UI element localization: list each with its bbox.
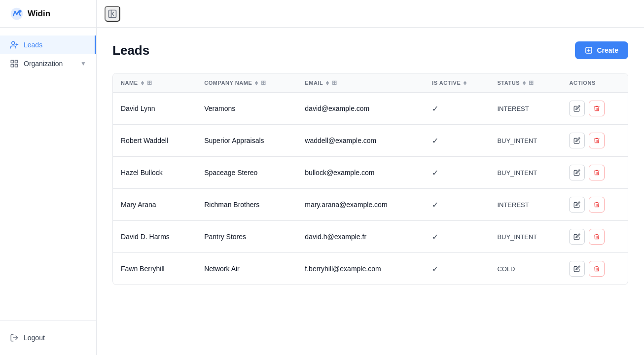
svg-rect-7 xyxy=(11,65,13,67)
leads-table-container: NAME ⊞ COMPANY NAME ⊞ xyxy=(112,73,628,285)
edit-button-5[interactable] xyxy=(569,261,585,277)
name-sort-icon[interactable] xyxy=(141,81,144,85)
edit-button-2[interactable] xyxy=(569,165,585,180)
cell-active-4: ✓ xyxy=(424,221,489,253)
cell-email-5: f.berryhill@example.com xyxy=(297,253,424,285)
cell-name-4: David D. Harms xyxy=(113,221,196,253)
trash-icon xyxy=(593,137,600,144)
cell-actions-5 xyxy=(561,253,628,285)
collapse-sidebar-button[interactable] xyxy=(105,6,120,22)
col-company-name: COMPANY NAME ⊞ xyxy=(196,73,297,93)
trash-icon xyxy=(593,169,600,176)
sidebar: Widin Leads O xyxy=(0,0,97,355)
table-row: Mary Arana Richman Brothers mary.arana@e… xyxy=(113,189,628,221)
trash-icon xyxy=(593,265,600,272)
cell-status-1: BUY_INTENT xyxy=(489,125,561,157)
table-row: Fawn Berryhill Network Air f.berryhill@e… xyxy=(113,253,628,285)
sidebar-item-organization-label: Organization xyxy=(24,60,63,68)
cell-status-5: COLD xyxy=(489,253,561,285)
cell-name-2: Hazel Bullock xyxy=(113,157,196,189)
svg-rect-6 xyxy=(15,60,18,63)
delete-button-2[interactable] xyxy=(589,165,605,180)
col-is-active: IS ACTIVE xyxy=(424,73,489,93)
cell-name-1: Robert Waddell xyxy=(113,125,196,157)
app-logo-icon xyxy=(10,7,24,21)
table-row: David Lynn Veramons david@example.com ✓ … xyxy=(113,93,628,125)
active-sort-icon[interactable] xyxy=(464,81,466,85)
edit-button-1[interactable] xyxy=(569,133,585,148)
sidebar-item-leads-label: Leads xyxy=(24,41,42,49)
delete-button-4[interactable] xyxy=(589,229,605,245)
active-check-icon: ✓ xyxy=(432,265,438,273)
trash-icon xyxy=(593,233,600,240)
cell-active-5: ✓ xyxy=(424,253,489,285)
cell-actions-2 xyxy=(561,157,628,189)
main-content: Leads Create NAME xyxy=(97,0,644,355)
table-header: NAME ⊞ COMPANY NAME ⊞ xyxy=(113,73,628,93)
cell-active-2: ✓ xyxy=(424,157,489,189)
edit-button-3[interactable] xyxy=(569,197,585,213)
logout-label: Logout xyxy=(24,334,45,342)
pencil-icon xyxy=(573,233,580,240)
cell-name-3: Mary Arana xyxy=(113,189,196,221)
delete-button-3[interactable] xyxy=(589,197,605,213)
table-row: David D. Harms Pantry Stores david.h@exa… xyxy=(113,221,628,253)
col-name: NAME ⊞ xyxy=(113,73,196,93)
table-row: Hazel Bullock Spaceage Stereo bullock@ex… xyxy=(113,157,628,189)
cell-company-2: Spaceage Stereo xyxy=(196,157,297,189)
cell-company-4: Pantry Stores xyxy=(196,221,297,253)
name-filter-icon[interactable]: ⊞ xyxy=(147,79,152,86)
email-sort-icon[interactable] xyxy=(326,81,329,85)
col-status: STATUS ⊞ xyxy=(489,73,561,93)
leads-table: NAME ⊞ COMPANY NAME ⊞ xyxy=(113,73,628,284)
edit-button-0[interactable] xyxy=(569,101,585,116)
pencil-icon xyxy=(573,265,580,272)
cell-company-5: Network Air xyxy=(196,253,297,285)
cell-company-1: Superior Appraisals xyxy=(196,125,297,157)
cell-status-2: BUY_INTENT xyxy=(489,157,561,189)
content-header: Leads Create xyxy=(112,41,628,59)
svg-rect-5 xyxy=(11,60,13,63)
active-check-icon: ✓ xyxy=(432,137,438,145)
cell-active-3: ✓ xyxy=(424,189,489,221)
active-check-icon: ✓ xyxy=(432,201,438,209)
trash-icon xyxy=(593,201,600,208)
delete-button-5[interactable] xyxy=(589,261,605,277)
delete-button-1[interactable] xyxy=(589,133,605,148)
company-filter-icon[interactable]: ⊞ xyxy=(261,79,266,86)
email-filter-icon[interactable]: ⊞ xyxy=(332,79,337,86)
status-sort-icon[interactable] xyxy=(523,81,526,85)
grid-icon xyxy=(10,59,19,68)
active-check-icon: ✓ xyxy=(432,169,438,177)
logout-icon xyxy=(10,333,19,342)
pencil-icon xyxy=(573,169,580,176)
cell-company-0: Veramons xyxy=(196,93,297,125)
page-content: Leads Create NAME xyxy=(97,28,644,355)
cell-email-2: bullock@example.com xyxy=(297,157,424,189)
col-actions: ACTIONS xyxy=(561,73,628,93)
cell-actions-0 xyxy=(561,93,628,125)
create-button[interactable]: Create xyxy=(575,41,628,59)
cell-email-4: david.h@example.fr xyxy=(297,221,424,253)
company-sort-icon[interactable] xyxy=(255,81,258,85)
delete-button-0[interactable] xyxy=(589,101,605,116)
topbar xyxy=(97,0,644,28)
pencil-icon xyxy=(573,137,580,144)
cell-company-3: Richman Brothers xyxy=(196,189,297,221)
edit-button-4[interactable] xyxy=(569,229,585,245)
sidebar-item-organization[interactable]: Organization ▼ xyxy=(0,54,96,73)
cell-status-3: INTEREST xyxy=(489,189,561,221)
status-filter-icon[interactable]: ⊞ xyxy=(529,79,534,86)
sidebar-item-leads[interactable]: Leads xyxy=(0,36,96,54)
create-button-label: Create xyxy=(597,46,618,54)
pencil-icon xyxy=(573,105,580,112)
cell-active-0: ✓ xyxy=(424,93,489,125)
cell-email-1: waddell@example.com xyxy=(297,125,424,157)
app-logo: Widin xyxy=(0,0,96,28)
user-plus-icon xyxy=(10,40,19,49)
cell-status-0: INTEREST xyxy=(489,93,561,125)
table-row: Robert Waddell Superior Appraisals wadde… xyxy=(113,125,628,157)
logout-button[interactable]: Logout xyxy=(0,328,96,347)
active-check-icon: ✓ xyxy=(432,233,438,241)
page-title: Leads xyxy=(112,43,149,58)
